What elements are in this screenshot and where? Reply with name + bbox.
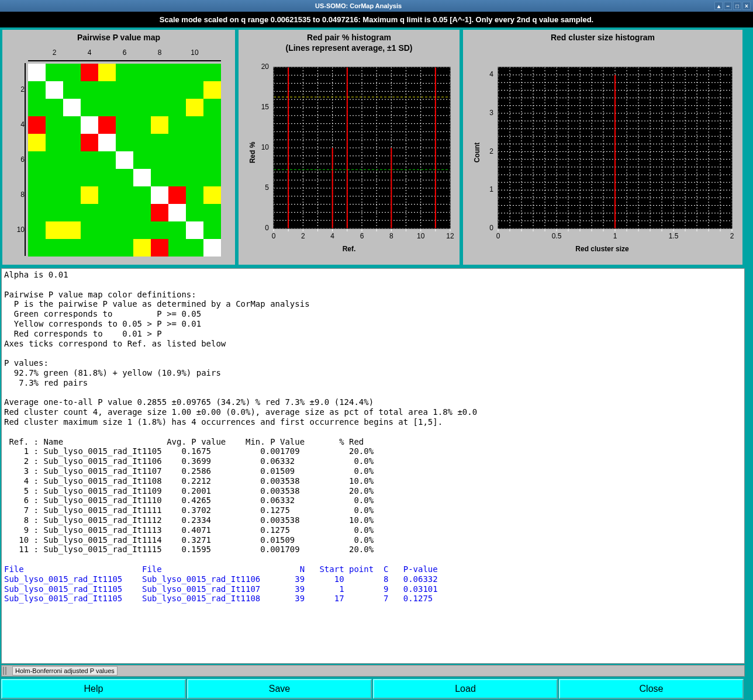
heatmap-cell [63,204,81,221]
heatmap-cell [186,134,203,151]
heatmap-cell [63,134,81,151]
heatmap-cell [168,151,186,169]
heatmap-cell [203,99,221,116]
cluster-panel: Red cluster size histogram 00.511.520123… [463,30,742,265]
heatmap-cell [28,221,46,239]
heatmap-cell [186,64,203,81]
heatmap-cell [46,169,63,186]
window-title: US-SOMO: CorMap Analysis [2,2,714,9]
heatmap-cell [28,169,46,186]
heatmap-cell [98,116,116,134]
heatmap-cell [186,99,203,116]
heatmap-cell [46,239,63,257]
histogram-panel: Red pair % histogram(Lines represent ave… [239,30,460,265]
cluster-plot[interactable]: 00.511.5201234Red cluster sizeCount [465,56,740,262]
heatmap-cell [133,221,151,239]
minimize-icon[interactable]: – [724,2,732,10]
heatmap-cell [186,204,203,221]
heatmap-cell [168,169,186,186]
heatmap-cell [63,239,81,257]
heatmap-cell [133,99,151,116]
heatmap-cell [151,239,168,257]
heatmap-cell [98,169,116,186]
heatmap-cell [168,204,186,221]
heatmap-cell [63,64,81,81]
heatmap-cell [186,239,203,257]
statusbar-handle-icon[interactable] [3,667,10,675]
close-icon[interactable]: × [742,2,751,10]
heatmap-cell [116,204,133,221]
help-button[interactable]: Help [1,679,186,699]
cluster-title: Red cluster size histogram [465,32,740,43]
pairwise-title: Pairwise P value map [5,32,233,43]
rollup-icon[interactable]: ▴ [714,2,723,10]
heatmap-cell [98,186,116,204]
heatmap-cell [186,81,203,99]
heatmap-cell [81,116,98,134]
heatmap-cell [81,239,98,257]
heatmap-cell [116,186,133,204]
heatmap-cell [133,81,151,99]
heatmap-cell [116,81,133,99]
heatmap-cell [28,64,46,81]
statusbar: Holm-Bonferroni adjusted P values [1,665,745,677]
heatmap-cell [98,134,116,151]
pairwise-plot[interactable]: 246810246810 [5,45,233,262]
heatmap-cell [28,186,46,204]
button-bar: Help Save Load Close [0,678,745,700]
heatmap-cell [63,81,81,99]
pairwise-panel: Pairwise P value map 246810246810 [2,30,235,265]
heatmap-cell [151,221,168,239]
histogram-plot[interactable]: 02468101205101520Ref.Red % [241,56,457,262]
maximize-icon[interactable]: □ [733,2,741,10]
heatmap-cell [28,116,46,134]
heatmap-cell [81,221,98,239]
heatmap-cell [63,186,81,204]
heatmap-cell [203,151,221,169]
heatmap-cell [203,169,221,186]
heatmap-cell [63,151,81,169]
close-button[interactable]: Close [559,679,744,699]
heatmap-cell [203,64,221,81]
heatmap-cell [203,81,221,99]
heatmap-cell [63,116,81,134]
heatmap-cell [81,186,98,204]
heatmap-cell [63,221,81,239]
heatmap-cell [203,239,221,257]
heatmap-cell [168,116,186,134]
heatmap-cell [168,221,186,239]
load-button[interactable]: Load [373,679,558,699]
heatmap-cell [151,134,168,151]
heatmap-cell [46,151,63,169]
heatmap-cell [168,64,186,81]
heatmap-cell [151,116,168,134]
heatmap-cell [151,186,168,204]
heatmap-cell [116,99,133,116]
heatmap-cell [46,204,63,221]
heatmap-cell [186,186,203,204]
heatmap-cell [116,64,133,81]
titlebar: US-SOMO: CorMap Analysis ▴ – □ × [0,0,753,12]
heatmap-cell [81,99,98,116]
heatmap-cell [151,204,168,221]
heatmap-cell [98,204,116,221]
save-button[interactable]: Save [187,679,372,699]
heatmap-cell [133,186,151,204]
heatmap-cell [133,151,151,169]
heatmap-cell [81,81,98,99]
heatmap-cell [203,186,221,204]
heatmap-cell [133,239,151,257]
heatmap-cell [133,169,151,186]
status-text: Holm-Bonferroni adjusted P values [12,666,118,675]
heatmap-cell [151,169,168,186]
heatmap-cell [46,186,63,204]
scale-banner: Scale mode scaled on q range 0.00621535 … [0,12,753,27]
report-text[interactable]: Alpha is 0.01 Pairwise P value map color… [1,268,745,664]
heatmap-cell [168,239,186,257]
heatmap-cell [98,151,116,169]
heatmap-cell [28,239,46,257]
heatmap-cell [133,116,151,134]
heatmap-cell [168,99,186,116]
heatmap-cell [98,99,116,116]
heatmap-cell [116,169,133,186]
